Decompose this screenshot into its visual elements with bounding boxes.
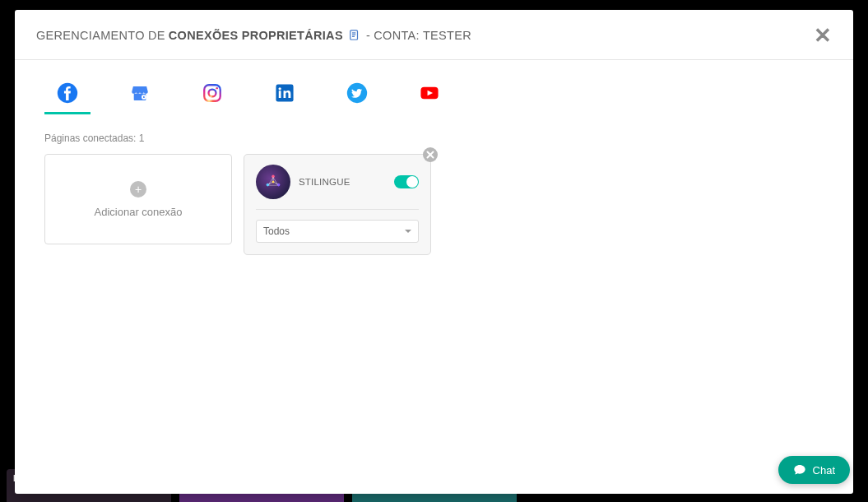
connections-modal: GERENCIAMENTO DE CONEXÕES PROPRIETÁRIAS … xyxy=(15,10,853,494)
modal-body: Páginas conectadas: 1 + Adicionar conexã… xyxy=(15,60,853,494)
chat-icon xyxy=(793,463,806,476)
modal-title: GERENCIAMENTO DE CONEXÕES PROPRIETÁRIAS … xyxy=(36,29,471,42)
connection-avatar xyxy=(256,165,290,199)
cards-row: + Adicionar conexão STILINGUE xyxy=(44,154,824,255)
title-suffix: - CONTA: TESTER xyxy=(366,29,471,42)
chevron-down-icon xyxy=(405,230,411,233)
chat-widget-button[interactable]: Chat xyxy=(778,456,850,484)
tab-facebook[interactable] xyxy=(44,78,91,114)
svg-point-18 xyxy=(272,181,275,184)
add-connection-button[interactable]: + Adicionar conexão xyxy=(44,154,232,244)
tab-google-my-business[interactable] xyxy=(117,78,163,114)
svg-point-9 xyxy=(216,87,218,90)
select-value: Todos xyxy=(263,225,290,237)
tab-youtube[interactable] xyxy=(406,78,453,114)
remove-connection-button[interactable] xyxy=(423,147,438,162)
tab-instagram[interactable] xyxy=(189,78,235,114)
add-connection-label: Adicionar conexão xyxy=(95,206,183,218)
title-prefix: GERENCIAMENTO DE xyxy=(36,29,165,42)
title-bold: CONEXÕES PROPRIETÁRIAS xyxy=(169,29,343,42)
svg-point-16 xyxy=(267,184,270,187)
close-button[interactable]: ✕ xyxy=(814,25,832,46)
modal-header: GERENCIAMENTO DE CONEXÕES PROPRIETÁRIAS … xyxy=(15,10,853,60)
svg-point-17 xyxy=(277,184,281,187)
help-icon[interactable] xyxy=(349,30,360,41)
social-tabs xyxy=(44,78,824,114)
connected-count: Páginas conectadas: 1 xyxy=(44,132,824,144)
tab-linkedin[interactable] xyxy=(262,78,308,114)
plus-icon: + xyxy=(130,181,146,198)
connection-toggle[interactable] xyxy=(394,175,419,188)
svg-point-8 xyxy=(209,89,216,96)
connection-name: STILINGUE xyxy=(299,177,350,187)
connection-scope-select[interactable]: Todos xyxy=(256,220,419,243)
tab-twitter[interactable] xyxy=(334,78,380,114)
connection-card: STILINGUE Todos xyxy=(244,154,431,255)
chat-label: Chat xyxy=(813,464,835,476)
svg-rect-7 xyxy=(204,85,220,101)
